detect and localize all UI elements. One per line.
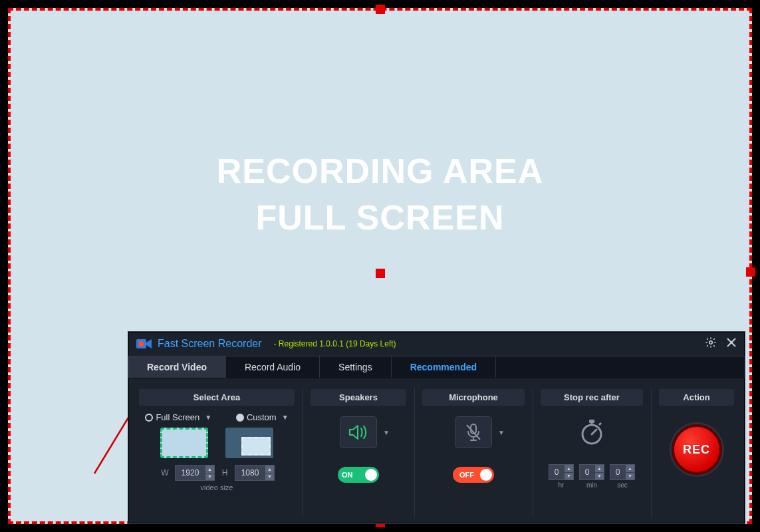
recording-area-frame: RECORDING AREA FULL SCREEN Fast Screen bbox=[0, 0, 760, 532]
selection-border-right[interactable] bbox=[749, 8, 752, 524]
spin-down-icon[interactable]: ▼ bbox=[265, 473, 274, 481]
spin-down-icon[interactable]: ▼ bbox=[594, 472, 604, 480]
selection-border-left[interactable] bbox=[8, 8, 11, 524]
min-input[interactable] bbox=[580, 465, 594, 479]
recorder-panel: Fast Screen Recorder - Registered 1.0.0.… bbox=[128, 331, 745, 524]
gear-icon[interactable] bbox=[705, 336, 717, 351]
svg-line-12 bbox=[592, 430, 596, 434]
sec-input[interactable] bbox=[610, 465, 625, 479]
svg-line-11 bbox=[599, 423, 601, 425]
radio-icon bbox=[145, 414, 153, 422]
chevron-down-icon[interactable]: ▼ bbox=[498, 429, 505, 436]
speakers-toggle[interactable]: ON bbox=[338, 467, 379, 483]
spin-up-icon[interactable]: ▲ bbox=[205, 466, 214, 473]
height-input-box: ▲ ▼ bbox=[235, 465, 275, 481]
video-size-row: W ▲ ▼ H ▲ ▼ bbox=[159, 465, 275, 481]
section-select-area: Select Area Full Screen ▼ Custom ▼ bbox=[134, 385, 300, 519]
record-button-label: REC bbox=[683, 443, 710, 457]
hr-label: hr bbox=[559, 481, 565, 489]
chevron-down-icon[interactable]: ▼ bbox=[282, 414, 289, 421]
svg-rect-9 bbox=[589, 420, 594, 423]
license-status: - Registered 1.0.0.1 (19 Days Left) bbox=[274, 339, 396, 348]
sec-label: sec bbox=[617, 481, 628, 489]
section-action: Action REC bbox=[654, 385, 739, 519]
sec-input-box: ▲▼ bbox=[610, 464, 635, 480]
video-size-label: video size bbox=[201, 483, 233, 491]
stop-after-heading: Stop rec after bbox=[541, 389, 643, 406]
microphone-device-button[interactable]: ▼ bbox=[455, 416, 492, 448]
radio-custom[interactable]: Custom ▼ bbox=[236, 412, 289, 422]
action-heading: Action bbox=[659, 389, 734, 406]
hr-input-box: ▲▼ bbox=[549, 464, 574, 480]
thumb-full-screen[interactable] bbox=[160, 428, 208, 458]
height-spinner: ▲ ▼ bbox=[265, 466, 274, 480]
tab-settings[interactable]: Settings bbox=[320, 356, 392, 378]
chevron-down-icon[interactable]: ▼ bbox=[383, 429, 390, 436]
watermark-line2: FULL SCREEN bbox=[8, 198, 752, 237]
tab-recommended[interactable]: Recommended bbox=[392, 356, 496, 378]
svg-point-3 bbox=[709, 341, 713, 344]
resize-handle-center[interactable] bbox=[376, 269, 385, 278]
spin-down-icon[interactable]: ▼ bbox=[564, 472, 573, 480]
speakers-heading: Speakers bbox=[311, 389, 406, 406]
speakers-device-button[interactable]: ▼ bbox=[340, 416, 377, 448]
width-spinner: ▲ ▼ bbox=[205, 466, 214, 480]
spin-down-icon[interactable]: ▼ bbox=[625, 472, 634, 480]
height-label: H bbox=[219, 468, 231, 477]
width-input-box: ▲ ▼ bbox=[175, 465, 215, 481]
stopwatch-icon bbox=[578, 418, 605, 446]
section-stop-after: Stop rec after ▲▼ bbox=[535, 385, 648, 519]
microphone-heading: Microphone bbox=[422, 389, 525, 406]
svg-point-2 bbox=[139, 341, 144, 346]
app-logo-icon bbox=[136, 337, 152, 350]
radio-icon bbox=[236, 414, 244, 422]
recording-area-watermark: RECORDING AREA FULL SCREEN bbox=[8, 151, 752, 237]
select-area-heading: Select Area bbox=[139, 389, 295, 406]
hr-input[interactable] bbox=[549, 465, 564, 479]
section-microphone: Microphone ▼ OFF bbox=[417, 385, 530, 519]
width-input[interactable] bbox=[176, 466, 205, 480]
section-speakers: Speakers ▼ ON bbox=[305, 385, 412, 519]
microphone-muted-icon bbox=[465, 423, 482, 442]
width-label: W bbox=[159, 468, 171, 477]
microphone-toggle-label: OFF bbox=[459, 471, 474, 479]
spin-down-icon[interactable]: ▼ bbox=[205, 473, 214, 481]
record-button[interactable]: REC bbox=[672, 424, 722, 475]
min-label: min bbox=[586, 481, 597, 489]
speakers-toggle-label: ON bbox=[342, 471, 353, 479]
resize-handle-top[interactable] bbox=[376, 5, 385, 14]
thumb-custom-area[interactable] bbox=[225, 428, 273, 458]
spin-up-icon[interactable]: ▲ bbox=[265, 466, 274, 473]
app-title: Fast Screen Recorder bbox=[158, 338, 262, 350]
radio-custom-label: Custom bbox=[247, 412, 277, 422]
radio-full-screen[interactable]: Full Screen ▼ bbox=[145, 412, 211, 422]
close-icon[interactable] bbox=[726, 337, 737, 350]
panel-body: Select Area Full Screen ▼ Custom ▼ bbox=[128, 378, 745, 525]
min-input-box: ▲▼ bbox=[579, 464, 604, 480]
microphone-toggle[interactable]: OFF bbox=[453, 467, 494, 483]
watermark-line1: RECORDING AREA bbox=[8, 151, 752, 191]
stopwatch-icon-box bbox=[573, 416, 610, 448]
speaker-icon bbox=[348, 424, 368, 441]
height-input[interactable] bbox=[235, 466, 265, 480]
tab-bar: Record Video Record Audio Settings Recom… bbox=[128, 356, 745, 378]
spin-up-icon[interactable]: ▲ bbox=[594, 465, 604, 472]
spin-up-icon[interactable]: ▲ bbox=[625, 465, 634, 472]
radio-full-label: Full Screen bbox=[156, 412, 199, 422]
resize-handle-right[interactable] bbox=[746, 267, 755, 277]
tab-record-video[interactable]: Record Video bbox=[128, 356, 226, 378]
spin-up-icon[interactable]: ▲ bbox=[564, 465, 573, 472]
tab-record-audio[interactable]: Record Audio bbox=[226, 356, 320, 378]
titlebar[interactable]: Fast Screen Recorder - Registered 1.0.0.… bbox=[128, 332, 745, 356]
chevron-down-icon[interactable]: ▼ bbox=[205, 414, 211, 421]
